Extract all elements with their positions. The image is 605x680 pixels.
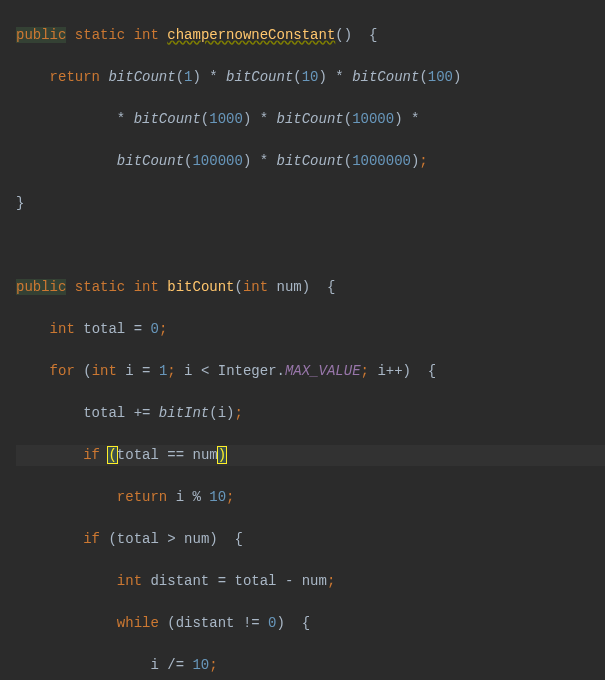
number: 10 (209, 489, 226, 505)
keyword-public: public (16, 27, 66, 43)
number: 10000 (352, 111, 394, 127)
method-name-bitCount: bitCount (167, 279, 234, 295)
matched-paren-close: ) (218, 447, 226, 463)
number: 10 (192, 657, 209, 673)
number: 100 (428, 69, 453, 85)
code-line[interactable]: total += bitInt(i); (16, 403, 605, 424)
keyword-if: if (83, 447, 100, 463)
brace: } (16, 195, 24, 211)
keyword-return: return (50, 69, 100, 85)
keyword-for: for (50, 363, 75, 379)
call-bitCount: bitCount (352, 69, 419, 85)
class-integer: Integer (218, 363, 277, 379)
number: 1000000 (352, 153, 411, 169)
keyword-while: while (117, 615, 159, 631)
code-line[interactable]: int distant = total - num; (16, 571, 605, 592)
code-line[interactable]: return bitCount(1) * bitCount(10) * bitC… (16, 67, 605, 88)
call-bitCount: bitCount (134, 111, 201, 127)
var-distant: distant (150, 573, 209, 589)
number: 0 (150, 321, 158, 337)
code-line[interactable]: return i % 10; (16, 487, 605, 508)
keyword-static: static (75, 279, 125, 295)
code-line[interactable] (16, 235, 605, 256)
code-line[interactable]: if (total > num) { (16, 529, 605, 550)
call-bitCount: bitCount (117, 153, 184, 169)
code-line[interactable]: int total = 0; (16, 319, 605, 340)
code-line[interactable]: while (distant != 0) { (16, 613, 605, 634)
keyword-int: int (134, 279, 159, 295)
code-line[interactable]: bitCount(100000) * bitCount(1000000); (16, 151, 605, 172)
keyword-int: int (92, 363, 117, 379)
code-line[interactable]: i /= 10; (16, 655, 605, 676)
code-line[interactable]: } (16, 193, 605, 214)
call-bitInt: bitInt (159, 405, 209, 421)
var-total: total (83, 321, 125, 337)
number: 1 (184, 69, 192, 85)
keyword-static: static (75, 27, 125, 43)
param-num: num (277, 279, 302, 295)
matched-paren-open: ( (108, 447, 116, 463)
keyword-public: public (16, 279, 66, 295)
brace: { (327, 279, 335, 295)
code-line-current[interactable]: if (total == num) (16, 445, 605, 466)
keyword-return: return (117, 489, 167, 505)
call-bitCount: bitCount (226, 69, 293, 85)
call-bitCount: bitCount (277, 111, 344, 127)
code-line[interactable]: * bitCount(1000) * bitCount(10000) * (16, 109, 605, 130)
paren: () (335, 27, 369, 43)
keyword-int: int (50, 321, 75, 337)
number: 1000 (209, 111, 243, 127)
call-bitCount: bitCount (277, 153, 344, 169)
keyword-if: if (83, 531, 100, 547)
semicolon: ; (419, 153, 427, 169)
keyword-int: int (243, 279, 268, 295)
code-line[interactable]: public static int bitCount(int num) { (16, 277, 605, 298)
number: 100000 (192, 153, 242, 169)
code-line[interactable]: for (int i = 1; i < Integer.MAX_VALUE; i… (16, 361, 605, 382)
code-editor[interactable]: public static int champernowneConstant()… (0, 0, 605, 680)
brace: { (369, 27, 377, 43)
call-bitCount: bitCount (108, 69, 175, 85)
keyword-int: int (134, 27, 159, 43)
number: 10 (302, 69, 319, 85)
number: 0 (268, 615, 276, 631)
method-name-champernowne: champernowneConstant (167, 27, 335, 43)
keyword-int: int (117, 573, 142, 589)
code-line[interactable]: public static int champernowneConstant()… (16, 25, 605, 46)
field-max-value: MAX_VALUE (285, 363, 361, 379)
